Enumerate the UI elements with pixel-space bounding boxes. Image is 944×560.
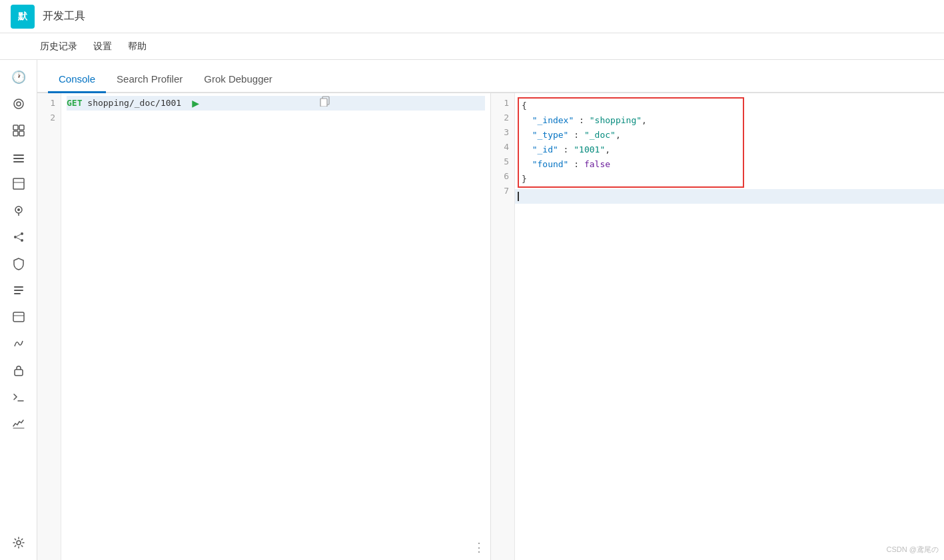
canvas-icon[interactable] bbox=[7, 172, 31, 196]
maps-icon[interactable] bbox=[7, 198, 31, 222]
menu-settings[interactable]: 设置 bbox=[93, 38, 112, 55]
sidebar: 🕐 bbox=[0, 60, 37, 560]
svg-rect-21 bbox=[14, 293, 21, 294]
svg-rect-22 bbox=[13, 312, 24, 322]
response-highlighted-block: { "_index" : "shopping" , "_type" : bbox=[518, 97, 744, 188]
top-bar: 默 开发工具 bbox=[0, 0, 944, 33]
dashboard-icon[interactable] bbox=[7, 119, 31, 142]
line-actions: ▶ bbox=[192, 93, 330, 125]
svg-point-16 bbox=[21, 239, 23, 242]
response-line-2: "_index" : "shopping" , bbox=[522, 113, 740, 128]
svg-rect-27 bbox=[320, 99, 327, 107]
svg-rect-6 bbox=[13, 154, 24, 156]
copy-button[interactable] bbox=[205, 93, 330, 125]
watermark: CSDN @鸢尾の bbox=[887, 545, 939, 555]
response-line-3: "_type" : "_doc" , bbox=[522, 128, 740, 142]
editor-content[interactable]: 1 2 GET shopping/_doc/1001 ▶ bbox=[37, 93, 490, 560]
http-method: GET bbox=[67, 96, 82, 111]
svg-rect-2 bbox=[13, 125, 18, 130]
apm-icon[interactable] bbox=[7, 305, 31, 329]
app-title: 开发工具 bbox=[43, 9, 85, 23]
svg-line-17 bbox=[17, 234, 21, 236]
clock-icon[interactable]: 🕐 bbox=[7, 65, 31, 89]
svg-point-14 bbox=[14, 236, 17, 238]
svg-rect-7 bbox=[13, 158, 24, 159]
more-options-button[interactable]: ⋮ bbox=[473, 540, 485, 555]
svg-point-12 bbox=[17, 208, 20, 211]
svg-line-18 bbox=[17, 238, 21, 240]
main-layout: 🕐 bbox=[0, 60, 944, 560]
svg-rect-20 bbox=[14, 290, 23, 291]
tab-console[interactable]: Console bbox=[48, 67, 106, 93]
editor-area: 1 2 GET shopping/_doc/1001 ▶ bbox=[37, 93, 944, 560]
graph-icon[interactable] bbox=[7, 225, 31, 249]
response-line-5: "found" : false bbox=[522, 157, 740, 172]
settings-icon[interactable] bbox=[7, 531, 31, 555]
svg-rect-3 bbox=[19, 125, 24, 130]
line-numbers: 1 2 bbox=[37, 93, 61, 560]
content-area: Console Search Profiler Grok Debugger 1 … bbox=[37, 60, 944, 560]
svg-rect-9 bbox=[13, 178, 24, 189]
svg-point-0 bbox=[14, 99, 23, 109]
monitoring-icon[interactable] bbox=[7, 412, 31, 435]
discover-icon[interactable] bbox=[7, 92, 31, 116]
tab-grok-debugger[interactable]: Grok Debugger bbox=[193, 67, 283, 93]
menu-bar: 历史记录 设置 帮助 bbox=[0, 33, 944, 60]
svg-point-25 bbox=[17, 541, 21, 545]
svg-rect-23 bbox=[15, 370, 23, 376]
response-line-7 bbox=[515, 189, 944, 204]
security-icon[interactable] bbox=[7, 252, 31, 276]
code-lines[interactable]: GET shopping/_doc/1001 ▶ bbox=[61, 93, 490, 560]
tab-search-profiler[interactable]: Search Profiler bbox=[106, 67, 193, 93]
response-content: 1 2 3 4 5 6 7 { bbox=[491, 93, 944, 560]
response-line-6: } bbox=[522, 172, 740, 186]
svg-rect-8 bbox=[13, 161, 24, 162]
uptime-icon[interactable] bbox=[7, 332, 31, 356]
response-line-1: { bbox=[522, 99, 740, 113]
left-panel: 1 2 GET shopping/_doc/1001 ▶ bbox=[37, 93, 491, 560]
right-panel: 1 2 3 4 5 6 7 { bbox=[491, 93, 944, 560]
menu-help[interactable]: 帮助 bbox=[128, 38, 147, 55]
lock-icon[interactable] bbox=[7, 358, 31, 382]
svg-rect-4 bbox=[13, 131, 18, 136]
response-line-4: "_id" : "1001" , bbox=[522, 142, 740, 157]
menu-history[interactable]: 历史记录 bbox=[40, 38, 77, 55]
dev-tools-icon[interactable] bbox=[7, 385, 31, 409]
logs-icon[interactable] bbox=[7, 278, 31, 302]
code-line-1: GET shopping/_doc/1001 ▶ bbox=[67, 96, 485, 111]
response-code-lines: { "_index" : "shopping" , "_type" : bbox=[515, 93, 944, 560]
svg-rect-5 bbox=[19, 131, 24, 136]
app-logo: 默 bbox=[11, 5, 35, 29]
text-cursor bbox=[518, 192, 519, 201]
run-button[interactable]: ▶ bbox=[192, 96, 199, 111]
visualize-icon[interactable] bbox=[7, 145, 31, 169]
svg-point-15 bbox=[21, 232, 23, 235]
tabs-bar: Console Search Profiler Grok Debugger bbox=[37, 60, 944, 93]
request-path: shopping/_doc/1001 bbox=[82, 96, 181, 111]
svg-point-1 bbox=[17, 102, 21, 106]
svg-rect-19 bbox=[14, 286, 23, 288]
response-line-numbers: 1 2 3 4 5 6 7 bbox=[491, 93, 515, 560]
